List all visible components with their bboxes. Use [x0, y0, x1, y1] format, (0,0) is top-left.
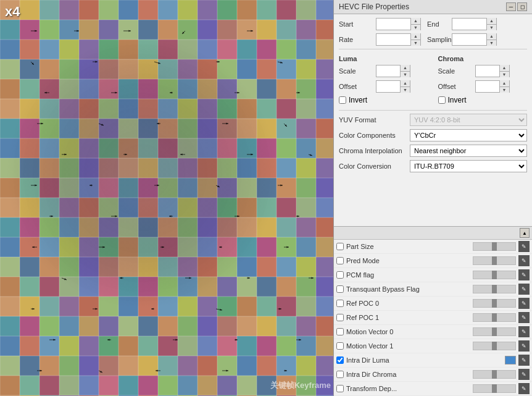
overlay-edit-button[interactable]: ✎ — [518, 369, 530, 380]
overlay-checkbox[interactable] — [336, 385, 344, 392]
start-end-row: Start 0 ▲ ▼ End 99 ▲ ▼ — [339, 18, 527, 30]
start-up[interactable]: ▲ — [411, 18, 420, 25]
overlay-edit-button[interactable]: ✎ — [518, 340, 530, 352]
end-down[interactable]: ▼ — [487, 25, 496, 31]
luma-scale-spinbox[interactable]: 1 ▲ ▼ — [376, 65, 410, 77]
rate-spinbox[interactable]: 20.00 ▲ ▼ — [376, 33, 421, 46]
luma-offset-down[interactable]: ▼ — [401, 87, 410, 93]
overlay-checkbox[interactable] — [336, 356, 344, 364]
overlay-slider[interactable] — [473, 299, 516, 308]
scroll-up-button[interactable]: ▲ — [520, 228, 530, 238]
overlay-edit-button[interactable]: ✎ — [518, 269, 530, 280]
sampling-spinbox[interactable]: 1 ▲ ▼ — [452, 33, 497, 46]
rate-down[interactable]: ▼ — [411, 40, 420, 46]
overlay-header: ▲ — [334, 227, 532, 240]
color-conversion-select[interactable]: ITU-R.BT709 ITU-R.BT601 — [410, 160, 527, 172]
chroma-invert-row: Invert — [438, 96, 528, 104]
luma-offset-input[interactable]: 125 — [376, 81, 400, 92]
luma-scale-up[interactable]: ▲ — [401, 65, 410, 72]
chroma-scale-up[interactable]: ▲ — [500, 65, 509, 72]
overlay-slider[interactable] — [473, 384, 516, 393]
overlay-item: Pred Mode✎ — [334, 254, 532, 268]
yuv-format-row: YUV Format YUV 4:2:0 8-bit — [339, 114, 527, 126]
overlay-checkbox[interactable] — [336, 371, 344, 378]
color-components-select[interactable]: Y'CbCr RGB — [410, 129, 527, 141]
luma-scale-input[interactable]: 1 — [376, 65, 400, 77]
maximize-button[interactable]: ◻ — [517, 2, 527, 11]
overlay-item: Transform Dep...✎ — [334, 382, 532, 396]
chroma-scale-row: Scale 1 ▲ ▼ — [438, 65, 528, 77]
overlay-edit-button[interactable]: ✎ — [518, 284, 530, 295]
overlay-slider[interactable] — [473, 342, 516, 350]
chroma-invert-label: Invert — [448, 96, 467, 104]
overlay-item: Motion Vector 0✎ — [334, 325, 532, 339]
overlay-checkbox[interactable] — [336, 257, 344, 264]
start-input[interactable]: 0 — [376, 19, 410, 30]
chroma-interp-select[interactable]: Nearest neighbor Bilinear — [410, 145, 527, 157]
chroma-scale-down[interactable]: ▼ — [500, 72, 509, 78]
overlay-checkbox[interactable] — [336, 342, 344, 350]
overlay-name: Ref POC 0 — [346, 300, 470, 307]
overlay-checkbox[interactable] — [336, 271, 344, 279]
sampling-input[interactable]: 1 — [452, 34, 486, 45]
properties-panel: HEVC File Properties ─ ◻ Start 0 ▲ ▼ End… — [333, 0, 532, 396]
rate-up[interactable]: ▲ — [411, 33, 420, 40]
overlay-slider[interactable] — [473, 327, 516, 336]
overlay-item: Ref POC 1✎ — [334, 311, 532, 325]
rate-label: Rate — [339, 36, 376, 43]
color-components-row: Color Components Y'CbCr RGB — [339, 129, 527, 141]
luma-scale-down[interactable]: ▼ — [401, 72, 410, 78]
overlay-checkbox[interactable] — [336, 314, 344, 321]
rate-input[interactable]: 20.00 — [376, 34, 410, 45]
overlay-slider[interactable] — [473, 285, 516, 293]
overlay-slider[interactable] — [473, 370, 516, 379]
chroma-offset-spinbox[interactable]: 128 ▲ ▼ — [475, 80, 510, 93]
chroma-offset-up[interactable]: ▲ — [500, 80, 509, 87]
overlay-item: Intra Dir Chroma✎ — [334, 368, 532, 382]
overlay-slider[interactable] — [473, 313, 516, 322]
chroma-invert-checkbox[interactable] — [438, 96, 446, 104]
end-up[interactable]: ▲ — [487, 18, 496, 25]
overlay-name: PCM flag — [346, 271, 470, 279]
chroma-offset-down[interactable]: ▼ — [500, 87, 509, 93]
color-swatch[interactable] — [505, 356, 516, 364]
luma-section: Luma Scale 1 ▲ ▼ Offset 125 — [339, 53, 428, 107]
minimize-button[interactable]: ─ — [506, 2, 516, 11]
overlay-checkbox[interactable] — [336, 243, 344, 250]
luma-offset-up[interactable]: ▲ — [401, 80, 410, 87]
overlay-item: PCM flag✎ — [334, 268, 532, 282]
overlay-edit-button[interactable]: ✎ — [518, 255, 530, 266]
end-spinbox[interactable]: 99 ▲ ▼ — [452, 18, 497, 30]
overlay-edit-button[interactable]: ✎ — [518, 383, 530, 394]
luma-invert-checkbox[interactable] — [339, 96, 346, 104]
overlay-checkbox[interactable] — [336, 300, 344, 307]
overlay-slider[interactable] — [473, 271, 516, 279]
sampling-down[interactable]: ▼ — [487, 40, 496, 46]
overlay-name: Ref POC 1 — [346, 314, 470, 321]
overlay-edit-button[interactable]: ✎ — [518, 326, 530, 337]
color-components-label: Color Components — [339, 132, 410, 139]
overlay-checkbox[interactable] — [336, 328, 344, 335]
luma-invert-row: Invert — [339, 96, 428, 104]
watermark-label: 关键帧Keyframe — [270, 380, 331, 391]
end-input[interactable]: 99 — [452, 19, 486, 30]
overlay-checkbox[interactable] — [336, 285, 344, 293]
start-spinbox[interactable]: 0 ▲ ▼ — [376, 18, 421, 30]
overlay-edit-button[interactable]: ✎ — [518, 298, 530, 309]
start-label: Start — [339, 20, 376, 28]
overlay-edit-button[interactable]: ✎ — [518, 355, 530, 366]
chroma-scale-input[interactable]: 1 — [476, 65, 499, 77]
overlay-item: Motion Vector 1✎ — [334, 339, 532, 353]
start-down[interactable]: ▼ — [411, 25, 420, 31]
yuv-format-select[interactable]: YUV 4:2:0 8-bit — [410, 114, 527, 126]
chroma-scale-spinbox[interactable]: 1 ▲ ▼ — [475, 65, 510, 77]
overlay-edit-button[interactable]: ✎ — [518, 312, 530, 323]
overlay-item: Intra Dir Luma✎ — [334, 353, 532, 368]
chroma-offset-input[interactable]: 128 — [476, 81, 499, 92]
luma-offset-spinbox[interactable]: 125 ▲ ▼ — [376, 80, 410, 93]
overlay-slider[interactable] — [473, 242, 516, 251]
overlay-edit-button[interactable]: ✎ — [518, 241, 530, 252]
overlay-slider[interactable] — [473, 256, 516, 265]
sampling-up[interactable]: ▲ — [487, 33, 496, 40]
panel-title-bar: HEVC File Properties ─ ◻ — [334, 0, 532, 14]
